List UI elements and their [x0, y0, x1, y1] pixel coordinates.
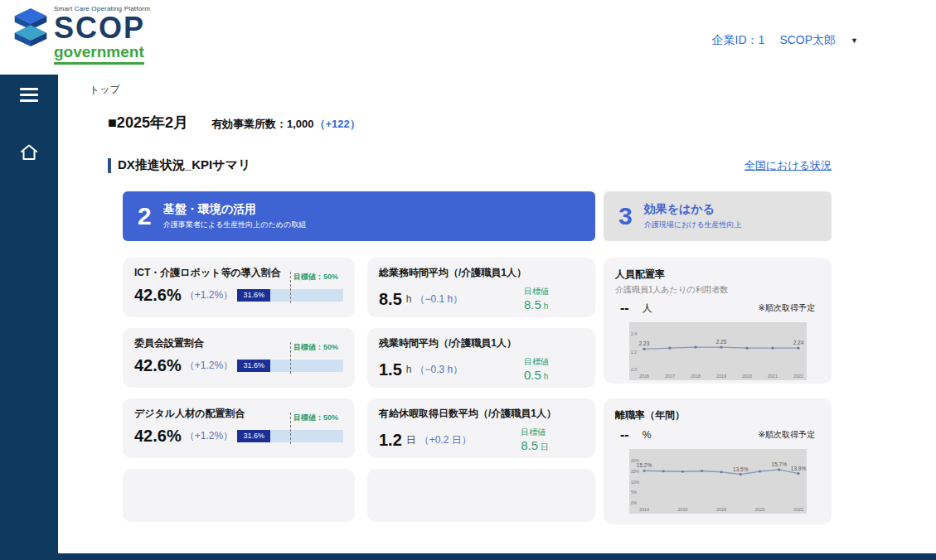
kpi-value: 1.5	[379, 360, 402, 379]
kpi-card-committee: 委員会設置割合 42.6% （+1.2%） 31.6% 目標値：50%	[123, 328, 355, 388]
target-value-row: 0.5h	[524, 368, 548, 383]
target-title: 目標値	[521, 427, 546, 438]
svg-text:2019: 2019	[715, 374, 725, 379]
svg-text:2016: 2016	[638, 374, 648, 379]
phase-subtitle: 介護現場における生産性向上	[644, 220, 742, 230]
body-row: トップ ■2025年2月 有効事業所数：1,000 （+122） DX推進状況_…	[0, 75, 936, 553]
office-count-delta: （+122）	[314, 117, 360, 132]
phase-number: 2	[138, 202, 152, 230]
svg-text:2018: 2018	[690, 374, 700, 379]
phase-banner-texts: 効果をはかる 介護現場における生産性向上	[644, 202, 742, 230]
kpi-unit: h	[406, 293, 412, 305]
section-header: DX推進状況_KPIサマリ 全国における状況	[108, 157, 832, 173]
main-content: トップ ■2025年2月 有効事業所数：1,000 （+122） DX推進状況_…	[58, 75, 936, 553]
target-value: 8.5	[521, 438, 538, 452]
kpi-delta: （+1.2%）	[185, 429, 233, 443]
progress-bar: 31.6% 目標値：50%	[237, 360, 343, 372]
kpi-value-row: 42.6% （+1.2%） 31.6% 目標値：50%	[134, 427, 343, 446]
kpi-card-ict-adoption: ICT・介護ロボット等の導入割合 42.6% （+1.2%） 31.6% 目標値…	[123, 258, 355, 317]
footer-bar	[0, 553, 936, 560]
target-unit: h	[544, 372, 549, 381]
svg-text:2018: 2018	[715, 507, 725, 512]
scop-logo: Smart Care Operating Platform SCOP gover…	[0, 0, 150, 65]
scop-logo-icon	[12, 5, 50, 51]
company-id-label: 企業ID：1	[712, 33, 765, 48]
summary-row: ■2025年2月 有効事業所数：1,000 （+122）	[108, 113, 936, 133]
progress-bar: 31.6% 目標値：50%	[237, 430, 343, 442]
svg-text:2016: 2016	[677, 507, 687, 512]
kpi-title: 総業務時間平均（/介護職員1人）	[379, 266, 584, 280]
kpi-value-row: -- % ※順次取得予定	[615, 427, 820, 442]
target-label: 目標値：50%	[290, 342, 338, 353]
kpi-grid: ICT・介護ロボット等の導入割合 42.6% （+1.2%） 31.6% 目標値…	[123, 258, 936, 524]
svg-text:2.25: 2.25	[715, 339, 726, 345]
kpi-unit: %	[643, 429, 652, 441]
kpi-delta: （−0.1 h）	[415, 292, 463, 307]
phase-banner-3[interactable]: 3 効果をはかる 介護現場における生産性向上	[604, 191, 832, 241]
pending-note: ※順次取得予定	[759, 302, 815, 314]
user-menu[interactable]: 企業ID：1 SCOP太郎 ▼	[712, 0, 936, 48]
svg-text:2021: 2021	[767, 374, 777, 379]
kpi-value-row: 42.6% （+1.2%） 31.6% 目標値：50%	[134, 286, 343, 305]
svg-text:2.4: 2.4	[631, 331, 637, 336]
breadcrumb[interactable]: トップ	[90, 83, 936, 97]
sidebar-item-home[interactable]	[19, 143, 39, 162]
kpi-value: 42.6%	[134, 427, 182, 446]
kpi-subtitle: 介護職員1人あたりの利用者数	[615, 284, 820, 296]
svg-text:2.0: 2.0	[631, 367, 637, 372]
phase-banners: 2 基盤・環境の活用 介護事業者による生産性向上のための取組 3 効果をはかる …	[123, 191, 832, 241]
svg-text:0%: 0%	[631, 500, 638, 505]
target-title: 目標値	[524, 356, 549, 368]
phase-banner-2[interactable]: 2 基盤・環境の活用 介護事業者による生産性向上のための取組	[123, 191, 595, 241]
svg-text:5%: 5%	[631, 490, 638, 495]
kpi-column-pending: 人員配置率 介護職員1人あたりの利用者数 -- 人 ※順次取得予定 2.42.2…	[604, 258, 832, 524]
app-header: Smart Care Operating Platform SCOP gover…	[0, 0, 936, 75]
progress-bar-fill: 31.6%	[237, 430, 270, 442]
svg-text:2017: 2017	[664, 374, 674, 379]
national-status-link[interactable]: 全国における状況	[744, 158, 832, 173]
user-name-label: SCOP太郎	[779, 33, 836, 48]
month-title: ■2025年2月	[108, 113, 188, 133]
progress-bar-fill: 31.6%	[237, 360, 270, 372]
kpi-value: --	[620, 301, 629, 316]
scop-dashboard-page: Smart Care Operating Platform SCOP gover…	[0, 0, 936, 560]
target-value-row: 8.5日	[521, 438, 549, 453]
chevron-down-icon[interactable]: ▼	[851, 36, 858, 45]
kpi-card-overtime: 残業時間平均（/介護職員1人） 1.5 h （−0.3 h） 目標値 0.5h	[367, 328, 595, 388]
phase-banner-texts: 基盤・環境の活用 介護事業者による生産性向上のための取組	[163, 202, 306, 230]
kpi-card-empty	[367, 469, 595, 522]
kpi-value-row: -- 人 ※順次取得予定	[615, 301, 820, 316]
menu-icon[interactable]	[20, 88, 38, 102]
kpi-card-turnover-rate: 離職率（年間） -- % ※順次取得予定 20%15%10%5%0%201420…	[604, 398, 832, 524]
svg-text:15%: 15%	[631, 469, 640, 474]
section-accent-bar	[108, 158, 111, 173]
target-title: 目標値	[524, 286, 549, 297]
svg-text:2020: 2020	[741, 374, 751, 379]
section-title: DX推進状況_KPIサマリ	[118, 157, 250, 173]
kpi-target-block: 目標値 0.5h	[524, 356, 549, 383]
kpi-title: 残業時間平均（/介護職員1人）	[379, 336, 584, 350]
svg-text:2014: 2014	[638, 507, 648, 512]
kpi-delta: （+0.2 日）	[420, 433, 472, 447]
target-value-row: 8.5h	[524, 297, 548, 312]
pending-note: ※順次取得予定	[759, 429, 815, 441]
kpi-card-digital-staff: デジタル人材の配置割合 42.6% （+1.2%） 31.6% 目標値：50%	[123, 398, 355, 458]
progress-bar-fill: 31.6%	[237, 289, 270, 302]
kpi-unit: 人	[643, 302, 652, 316]
svg-text:2022: 2022	[793, 374, 803, 379]
kpi-column-hours: 総業務時間平均（/介護職員1人） 8.5 h （−0.1 h） 目標値 8.5h	[367, 258, 595, 524]
kpi-value-row: 1.5 h （−0.3 h） 目標値 0.5h	[379, 356, 584, 383]
kpi-title: 人員配置率	[615, 268, 820, 282]
target-value: 8.5	[524, 297, 541, 311]
phase-title: 効果をはかる	[644, 202, 742, 217]
kpi-column-ratios: ICT・介護ロボット等の導入割合 42.6% （+1.2%） 31.6% 目標値…	[123, 258, 355, 524]
kpi-value: 42.6%	[134, 356, 182, 375]
phase-subtitle: 介護事業者による生産性向上のための取組	[163, 220, 306, 230]
target-label: 目標値：50%	[290, 413, 338, 423]
svg-text:15.7%: 15.7%	[771, 461, 787, 467]
kpi-target-block: 目標値 8.5日	[521, 427, 549, 453]
home-icon	[19, 143, 39, 162]
kpi-value: 8.5	[379, 290, 402, 309]
kpi-unit: h	[406, 364, 412, 375]
svg-text:10%: 10%	[631, 480, 640, 485]
